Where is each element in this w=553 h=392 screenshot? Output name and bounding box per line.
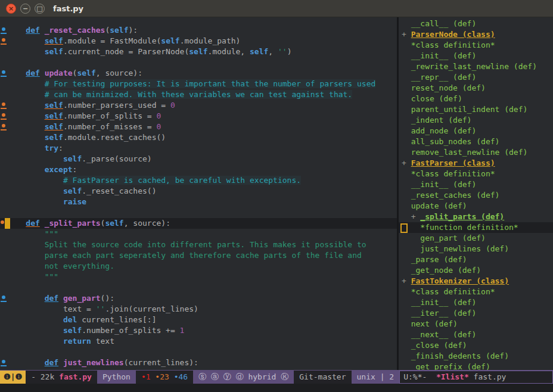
buffer-size: - 22k	[31, 372, 59, 381]
imenu-item[interactable]: _get_node (def)	[399, 265, 553, 276]
code-line[interactable]: for line in current_lines:	[0, 368, 397, 370]
echo-area[interactable]	[0, 384, 553, 392]
imenu-item[interactable]: _indent (def)	[399, 115, 553, 126]
code-line[interactable]	[0, 57, 397, 68]
imenu-item[interactable]: update (def)	[399, 201, 553, 211]
git-branch-segment[interactable]: Git-master	[294, 371, 351, 384]
code-line[interactable]: def just_newlines(current_lines):	[0, 357, 397, 368]
code-line[interactable]	[0, 207, 397, 218]
code-line[interactable]: # For testing purposes: It is important …	[0, 79, 397, 89]
imenu-item[interactable]: _close (def)	[399, 340, 553, 351]
imenu-item[interactable]: add_node (def)	[399, 126, 553, 136]
code-line[interactable]: self.number_of_splits += 1	[0, 325, 397, 336]
minimize-button[interactable]: −	[20, 4, 30, 14]
imenu-item[interactable]: __iter__ (def)	[399, 308, 553, 319]
imenu-item[interactable]: __next__ (def)	[399, 329, 553, 340]
imenu-item[interactable]: _reset_caches (def)	[399, 190, 553, 201]
code-line[interactable]: def _reset_caches(self):	[0, 25, 397, 36]
imenu-item[interactable]: + FastParser (class)	[399, 158, 553, 169]
close-button[interactable]: ×	[6, 4, 16, 14]
imenu-item[interactable]: gen_part (def)	[399, 233, 553, 244]
imenu-item[interactable]: all_sub_nodes (def)	[399, 136, 553, 147]
imenu-item[interactable]: __call__ (def)	[399, 18, 553, 29]
imenu-file-name: fast.py	[469, 372, 507, 381]
imenu-item[interactable]: __init__ (def)	[399, 179, 553, 190]
imenu-item[interactable]: close (def)	[399, 94, 553, 104]
code-line[interactable]: self.module.reset_caches()	[0, 132, 397, 143]
code-line[interactable]	[0, 282, 397, 293]
flycheck-count: •1	[141, 372, 151, 381]
imenu-item[interactable]: __init__ (def)	[399, 297, 553, 308]
code-line[interactable]: self._parse(source)	[0, 154, 397, 164]
imenu-item[interactable]: _rewrite_last_newline (def)	[399, 61, 553, 72]
imenu-item[interactable]: __repr__ (def)	[399, 72, 553, 83]
imenu-item[interactable]: *class definition*	[399, 169, 553, 179]
flycheck-counts-segment[interactable]: •1 •23 •46	[136, 371, 193, 384]
code-line[interactable]: parse each part seperately and therefore…	[0, 250, 397, 261]
modeline: ❶|❶ - 22k fast.py Python •1 •23 •46 ⓢ ⓐ …	[0, 370, 553, 384]
flycheck-count: •23	[151, 372, 169, 381]
code-editor-pane[interactable]: def _reset_caches(self): self.module = F…	[0, 17, 397, 370]
code-line[interactable]: def update(self, source):	[0, 68, 397, 79]
minor-modes-segment[interactable]: ⓢ ⓐ ⓨ ⓓ hybrid Ⓚ	[193, 371, 294, 384]
imenu-item[interactable]: _parse (def)	[399, 254, 553, 265]
imenu-item[interactable]: *class definition*	[399, 287, 553, 297]
imenu-item[interactable]: parent_until_indent (def)	[399, 104, 553, 115]
code-line[interactable]	[0, 347, 397, 357]
code-line[interactable]: self.number_of_splits = 0	[0, 111, 397, 122]
code-line[interactable]: except:	[0, 164, 397, 175]
code-line[interactable]: """	[0, 272, 397, 282]
imenu-item[interactable]: next (def)	[399, 319, 553, 329]
imenu-item[interactable]: just_newlines (def)	[399, 244, 553, 254]
buffer-info-segment[interactable]: - 22k fast.py	[26, 371, 97, 384]
maximize-button[interactable]: □	[35, 4, 45, 14]
flycheck-count: •46	[169, 372, 188, 381]
emacs-window: × − □ fast.py def _reset_caches(self): s…	[0, 0, 553, 392]
editor-frame: def _reset_caches(self): self.module = F…	[0, 17, 553, 370]
code-line[interactable]: self.number_of_misses = 0	[0, 122, 397, 132]
major-mode-segment[interactable]: Python	[97, 371, 136, 384]
code-line[interactable]: self.module = FastModule(self.module_pat…	[0, 36, 397, 46]
code-line[interactable]: raise	[0, 197, 397, 207]
imenu-modeline[interactable]: U:%*- *Ilist* fast.py	[399, 371, 553, 384]
code-line[interactable]: def _split_parts(self, source):	[0, 218, 397, 229]
code-line[interactable]: # FastParser is cached, be careful with …	[0, 175, 397, 186]
buffer-name: fast.py	[59, 372, 92, 381]
window-title: fast.py	[53, 4, 83, 13]
code-line[interactable]: self.number_parsers_used = 0	[0, 100, 397, 111]
imenu-list-pane[interactable]: __call__ (def)+ ParserNode (class) *clas…	[399, 17, 553, 370]
imenu-item[interactable]: remove_last_newline (def)	[399, 147, 553, 158]
code-line[interactable]: self.current_node = ParserNode(self.modu…	[0, 46, 397, 57]
imenu-item[interactable]: _get_prefix (def)	[399, 362, 553, 370]
imenu-item[interactable]: + FastTokenizer (class)	[399, 276, 553, 287]
imenu-item[interactable]: + ParserNode (class)	[399, 29, 553, 40]
code-line[interactable]: """	[0, 229, 397, 239]
imenu-item[interactable]: *class definition*	[399, 40, 553, 51]
code-line[interactable]: def gen_part():	[0, 293, 397, 304]
encoding-segment[interactable]: unix | 2	[352, 371, 400, 384]
code-line[interactable]: # can be minimized. With these variables…	[0, 89, 397, 100]
code-line[interactable]: return text	[0, 336, 397, 347]
window-titlebar: × − □ fast.py	[0, 0, 553, 17]
imenu-item[interactable]: + _split_parts (def)	[399, 211, 553, 222]
current-item-fringe-box	[400, 223, 408, 233]
imenu-item[interactable]: __init__ (def)	[399, 51, 553, 61]
imenu-buffer-name: *Ilist*	[436, 372, 469, 381]
code-line[interactable]: self._reset_caches()	[0, 186, 397, 197]
imenu-modeline-flags: U:%*-	[403, 372, 436, 381]
code-line[interactable]: try:	[0, 143, 397, 154]
imenu-item[interactable]: *function definition*	[399, 222, 553, 233]
imenu-item[interactable]: reset_node (def)	[399, 83, 553, 94]
imenu-item[interactable]: _finish_dedents (def)	[399, 351, 553, 362]
code-line[interactable]: del current_lines[:]	[0, 315, 397, 325]
code-line[interactable]: not everything.	[0, 261, 397, 272]
code-line[interactable]: text = ''.join(current_lines)	[0, 304, 397, 315]
window-number-segment[interactable]: ❶|❶	[0, 371, 26, 384]
code-line[interactable]: Split the source code into different par…	[0, 239, 397, 250]
